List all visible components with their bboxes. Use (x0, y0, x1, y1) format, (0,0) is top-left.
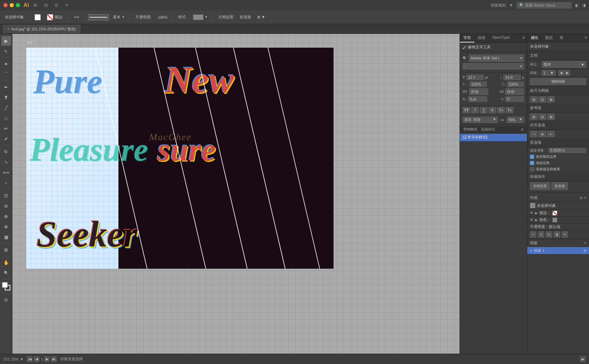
tool-rect[interactable]: □ (1, 113, 11, 123)
tool-selection[interactable]: ▶ (1, 36, 11, 46)
zoom-dropdown-icon[interactable]: ▼ (20, 357, 23, 361)
zoom-value[interactable]: 151.15% (3, 357, 18, 361)
layers-menu[interactable]: ≡ (584, 241, 586, 245)
style-subscript-t[interactable]: Ta (506, 107, 513, 113)
tool-blend[interactable]: ⊕ (1, 211, 11, 221)
duplicate-appearance-btn[interactable]: ⎘ (538, 231, 544, 238)
leading-input[interactable]: 14.4 (503, 75, 521, 80)
minimize-button[interactable] (10, 3, 14, 7)
unit-dropdown[interactable]: 毫米 ▼ (542, 61, 586, 68)
style-dropdown[interactable]: ▼ (191, 14, 210, 21)
artboard-next[interactable]: ▶ (564, 70, 570, 76)
artboard-dropdown[interactable]: 1 ▼ (542, 70, 556, 76)
tool-scale[interactable]: ⤡ (1, 157, 11, 167)
document-tab[interactable]: ✕ font.jpg* @ 151.15% (RGB/GPU 预览) (3, 25, 80, 33)
page-num[interactable]: 1 (41, 357, 43, 361)
scale-corners-cb[interactable]: ✓ (530, 161, 534, 165)
tool-free-transform[interactable]: ⊡ (1, 191, 11, 200)
stroke-toggle-arrow[interactable]: ▶ (535, 211, 538, 215)
tool-pen[interactable]: ✒ (1, 82, 11, 92)
fill-toggle-arrow[interactable]: ▶ (535, 218, 538, 222)
scale-stroke-cb[interactable] (530, 167, 534, 171)
font-name-dropdown[interactable]: Adobe 宋体 Std L ▼ (469, 55, 524, 62)
add-appearance-btn[interactable]: + (530, 231, 536, 238)
tool-magic-wand[interactable]: ✦ (1, 59, 11, 69)
page-next-btn[interactable]: ▶ (44, 356, 50, 362)
align-left[interactable]: ⊣ (530, 131, 538, 137)
para-tab[interactable]: 段落 (474, 34, 489, 42)
guide-btn-1[interactable]: ⊞ (530, 114, 538, 120)
ruler-btn-3[interactable]: ⊠ (547, 96, 555, 103)
stroke-eye-icon[interactable]: 👁 (530, 211, 533, 215)
artboard-status-btn[interactable]: ▶ (580, 356, 586, 362)
preferences-btn[interactable]: 首选项 (238, 14, 253, 20)
fill-eye-icon[interactable]: 👁 (530, 218, 533, 222)
tool-type[interactable]: T (1, 93, 11, 102)
tool-width[interactable]: ⟺ (1, 167, 11, 177)
tracking-dropdown[interactable]: 自动 (505, 88, 524, 95)
tool-graph[interactable]: ▦ (1, 232, 11, 242)
tool-direct-selection[interactable]: ↖ (1, 46, 11, 56)
stroke-swatch-small[interactable] (552, 211, 557, 215)
font-size-input[interactable]: 12 ⬆ (466, 75, 484, 80)
stock-search[interactable]: 🔍 搜索 Adobe Stock (516, 2, 572, 9)
style-strikethrough-t[interactable]: T (489, 107, 496, 113)
size-stepper[interactable]: ⬆ (473, 76, 476, 79)
clear-appearance-btn[interactable]: 🗑 (554, 231, 560, 238)
kern-dropdown[interactable]: 自动 (469, 88, 488, 95)
quick-prefs-btn[interactable]: 首选项 (551, 182, 568, 190)
artboard-panel-item[interactable]: 1 画板 1 ⊞ (527, 247, 589, 255)
fill-color[interactable] (32, 13, 43, 21)
scale-v-input[interactable]: 100% (507, 82, 524, 87)
canvas-area[interactable]: Pure New Pleasure sure Seeker (12, 34, 460, 354)
baseline-input[interactable]: 0 pt (468, 96, 487, 102)
stock-icon[interactable]: St (42, 1, 50, 9)
tool-lasso[interactable]: ⌒ (1, 69, 11, 79)
panel-toggle-2[interactable]: ◨ (582, 3, 586, 8)
tool-hand[interactable]: ✋ (1, 258, 11, 267)
guide-btn-3[interactable]: ⊠ (547, 114, 555, 120)
maximize-button[interactable] (16, 3, 20, 7)
page-last-btn[interactable]: ▶| (51, 356, 57, 362)
tool-symbol-spray[interactable]: ⊗ (1, 222, 11, 231)
ruler-btn-2[interactable]: ⊟ (539, 96, 546, 103)
tool-eyedropper[interactable]: ⊘ (1, 201, 11, 211)
style-panel-menu[interactable]: ≡ (519, 126, 525, 133)
props-panel-menu[interactable]: ≡ (583, 34, 589, 42)
variable-width[interactable]: ⟺ (72, 14, 81, 20)
style-superscript-t[interactable]: Ta (497, 107, 505, 113)
guide-btn-2[interactable]: ⊟ (539, 114, 546, 120)
close-button[interactable] (3, 3, 8, 7)
fill-stroke-indicator[interactable] (1, 281, 11, 291)
font-variant-dropdown[interactable]: - ▼ (463, 63, 524, 69)
opacity-input[interactable]: 100% (156, 15, 170, 20)
para-style-tab[interactable]: 段落样式 (479, 126, 497, 133)
panel-menu-icon[interactable]: ≡ (520, 34, 527, 42)
fx-btn-label[interactable]: fx (546, 231, 552, 238)
appearance-toggle[interactable]: ◎ (580, 196, 583, 200)
fill-swatch[interactable] (35, 14, 41, 20)
tool-pencil[interactable]: ✐ (1, 134, 11, 144)
blend-mode-dropdown[interactable]: 基本 ▼ (111, 14, 127, 20)
char-tab[interactable]: 字符 (460, 34, 474, 42)
style-underline-t[interactable]: T (480, 107, 487, 113)
tool-slice[interactable]: ⊞ (1, 245, 11, 255)
tool-warp[interactable]: ⌣ (1, 178, 11, 188)
align-right[interactable]: ⊢ (547, 131, 555, 137)
align-center-h[interactable]: ⊕ (539, 131, 546, 137)
stroke-color[interactable]: 描边: (45, 13, 65, 21)
use-preview-cb[interactable]: ✓ (530, 155, 534, 159)
artboard[interactable]: Pure New Pleasure sure Seeker (26, 48, 334, 269)
char-style-item[interactable]: [正常字符样式] (460, 134, 527, 141)
page-prev-btn[interactable]: ◀ (34, 356, 39, 362)
layout-menu[interactable]: 排版规则 (491, 3, 506, 8)
page-first-btn[interactable]: |◀ (27, 356, 32, 362)
props-attr-tab[interactable]: 属性 (527, 34, 542, 42)
stroke-preview[interactable] (88, 14, 109, 20)
style-bold-tt[interactable]: TT (463, 107, 470, 113)
edit-artboard-btn[interactable]: 编辑画板 (530, 78, 586, 85)
quick-doc-settings-btn[interactable]: 文档设置 (530, 182, 550, 190)
props-lib-tab[interactable]: 库 (556, 34, 567, 42)
panel-toggle-1[interactable]: ◧ (575, 3, 579, 8)
ruler-btn-1[interactable]: ⊞ (530, 96, 538, 103)
